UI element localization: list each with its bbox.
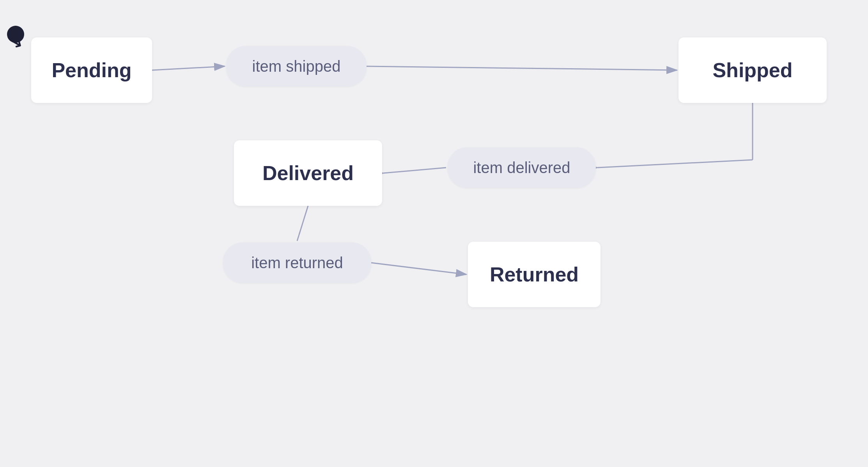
transition-item-returned[interactable]: item returned bbox=[223, 242, 371, 283]
svg-line-7 bbox=[297, 206, 308, 241]
svg-line-2 bbox=[152, 66, 225, 70]
item-delivered-label: item delivered bbox=[473, 159, 570, 177]
transition-item-delivered[interactable]: item delivered bbox=[448, 147, 596, 188]
state-shipped[interactable]: Shipped bbox=[678, 37, 827, 103]
delivered-label: Delivered bbox=[262, 161, 354, 185]
shipped-label: Shipped bbox=[712, 58, 792, 82]
pending-label: Pending bbox=[51, 58, 131, 82]
svg-line-8 bbox=[371, 263, 466, 274]
transition-item-shipped[interactable]: item shipped bbox=[226, 46, 367, 87]
state-delivered[interactable]: Delivered bbox=[234, 140, 382, 206]
returned-label: Returned bbox=[490, 263, 579, 286]
item-shipped-label: item shipped bbox=[252, 58, 341, 75]
svg-line-6 bbox=[384, 168, 446, 173]
state-returned[interactable]: Returned bbox=[468, 242, 601, 307]
svg-line-3 bbox=[367, 66, 677, 70]
state-pending[interactable]: Pending bbox=[31, 37, 152, 103]
diagram-canvas: ➜ Pending item shipped Shipped item deli… bbox=[0, 0, 868, 467]
item-returned-label: item returned bbox=[251, 254, 343, 272]
svg-line-5 bbox=[597, 160, 753, 168]
